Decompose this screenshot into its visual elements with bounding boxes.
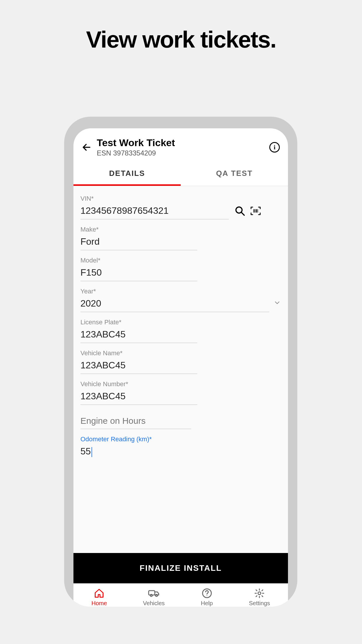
- license-input[interactable]: [80, 326, 197, 343]
- form: VIN*: [73, 186, 288, 553]
- year-row[interactable]: [80, 295, 281, 312]
- back-arrow-icon[interactable]: [82, 142, 92, 152]
- nav-vehicles-label: Vehicles: [143, 600, 165, 607]
- field-model: Model*: [80, 257, 281, 281]
- header-title: Test Work Ticket: [97, 137, 264, 148]
- vin-actions: [235, 206, 261, 216]
- nav-home-label: Home: [92, 600, 107, 607]
- phone-screen: Test Work Ticket ESN 39783354209 i DETAI…: [73, 128, 288, 607]
- field-vehicle-number: Vehicle Number*: [80, 380, 281, 405]
- svg-rect-4: [255, 209, 256, 212]
- header-subtitle: ESN 39783354209: [97, 149, 264, 157]
- help-icon: [201, 588, 213, 599]
- model-label: Model*: [80, 257, 281, 264]
- vehicle-number-input[interactable]: [80, 388, 197, 405]
- svg-point-11: [206, 595, 207, 596]
- header: Test Work Ticket ESN 39783354209 i: [73, 128, 288, 162]
- gear-icon: [253, 588, 266, 599]
- nav-help-label: Help: [201, 600, 213, 607]
- home-icon: [93, 588, 105, 599]
- nav-settings-label: Settings: [249, 600, 270, 607]
- make-input[interactable]: [80, 233, 197, 250]
- year-select[interactable]: [80, 295, 269, 312]
- field-year: Year*: [80, 288, 281, 312]
- field-license: License Plate*: [80, 318, 281, 343]
- info-icon[interactable]: i: [269, 142, 280, 153]
- bottom-nav: Home Vehicles Help Settings: [73, 583, 288, 607]
- truck-icon: [148, 588, 160, 599]
- svg-rect-5: [256, 209, 257, 212]
- license-label: License Plate*: [80, 318, 281, 326]
- page-title: View work tickets.: [0, 26, 362, 53]
- odometer-label: Odometer Reading (km)*: [80, 435, 281, 443]
- odometer-input[interactable]: 55: [80, 443, 281, 460]
- vin-input[interactable]: [80, 202, 229, 219]
- barcode-scan-icon[interactable]: [250, 206, 261, 216]
- field-engine-hours: [80, 413, 281, 429]
- field-vin: VIN*: [80, 195, 281, 219]
- phone-frame: Test Work Ticket ESN 39783354209 i DETAI…: [64, 117, 297, 607]
- svg-rect-6: [258, 209, 258, 212]
- vehicle-name-label: Vehicle Name*: [80, 349, 281, 357]
- field-make: Make*: [80, 226, 281, 250]
- tab-details[interactable]: DETAILS: [73, 162, 181, 186]
- model-input[interactable]: [80, 264, 197, 281]
- nav-settings[interactable]: Settings: [249, 588, 270, 607]
- svg-rect-3: [254, 209, 254, 212]
- search-icon[interactable]: [235, 206, 245, 216]
- make-label: Make*: [80, 226, 281, 233]
- vin-label: VIN*: [80, 195, 281, 202]
- nav-home[interactable]: Home: [92, 588, 107, 607]
- nav-help[interactable]: Help: [201, 588, 213, 607]
- svg-line-2: [241, 212, 245, 216]
- vehicle-number-label: Vehicle Number*: [80, 380, 281, 388]
- field-vehicle-name: Vehicle Name*: [80, 349, 281, 374]
- year-label: Year*: [80, 288, 281, 295]
- tabs: DETAILS QA TEST: [73, 162, 288, 186]
- nav-vehicles[interactable]: Vehicles: [143, 588, 165, 607]
- vehicle-name-input[interactable]: [80, 357, 197, 374]
- vin-row: [80, 202, 281, 219]
- tab-qatest[interactable]: QA TEST: [181, 162, 288, 186]
- engine-hours-input[interactable]: [80, 413, 191, 429]
- field-odometer: Odometer Reading (km)* 55: [80, 435, 281, 460]
- chevron-down-icon: [273, 299, 281, 309]
- svg-point-12: [258, 592, 261, 595]
- finalize-install-button[interactable]: FINALIZE INSTALL: [73, 553, 288, 583]
- header-text: Test Work Ticket ESN 39783354209: [97, 137, 264, 157]
